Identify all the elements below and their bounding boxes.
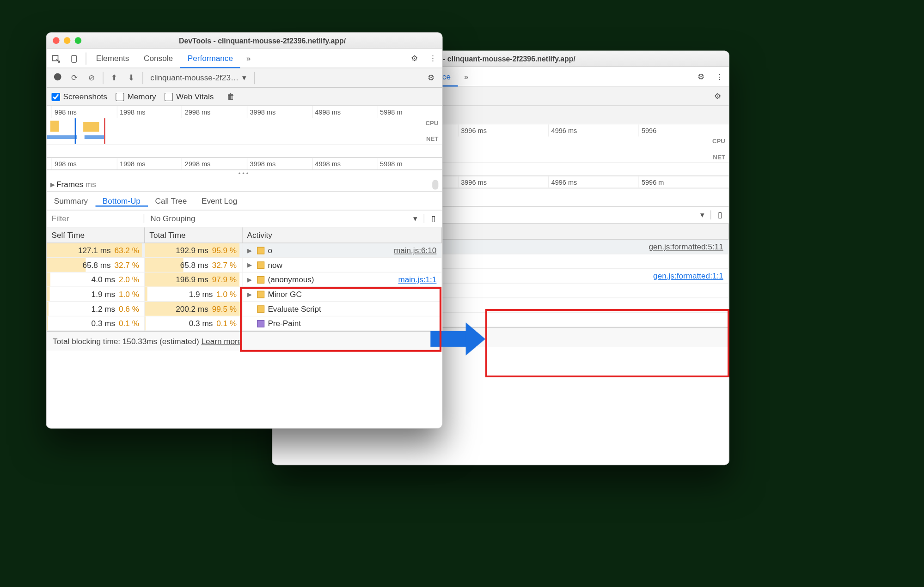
category-icon [257,247,264,254]
url-selector[interactable]: clinquant-mousse-2f23… ▾ [146,73,251,82]
gear-icon[interactable]: ⚙ [709,91,726,101]
tab-call-tree[interactable]: Call Tree [148,196,194,206]
perf-toolbar: ⟳ ⊘ ⬆ ⬇ clinquant-mousse-2f23… ▾ ⚙ [47,68,442,88]
titlebar: DevTools - clinquant-mousse-2f2396.netli… [47,33,442,48]
source-link[interactable]: gen.js:formatted:5:11 [649,242,723,251]
tab-console[interactable]: Console [136,48,180,68]
arrow-icon [430,322,491,356]
activity-name: Pre-Paint [268,319,301,328]
inspect-icon[interactable] [47,53,65,63]
table-row[interactable]: 127.1 ms63.2 %192.9 ms95.9 %▶omain.js:6:… [47,243,442,258]
tab-elements[interactable]: Elements [89,48,136,68]
category-icon [257,305,264,313]
download-icon[interactable]: ⬇ [123,73,140,82]
chevron-right-icon[interactable]: ▶ [247,276,253,283]
devtools-window-before: DevTools - clinquant-mousse-2f2396.netli… [46,32,443,429]
marker-start [75,118,76,144]
table-row[interactable]: 65.8 ms32.7 %65.8 ms32.7 %▶now [47,258,442,272]
webvitals-checkbox[interactable]: Web Vitals [165,92,214,101]
learn-more-link[interactable]: Learn more [202,337,242,346]
trash-icon[interactable]: 🗑 [222,92,239,101]
activity-name: Evaluate Script [268,304,321,314]
source-link[interactable]: main.js:6:10 [394,246,437,255]
grouping-select[interactable]: No Grouping▾ [144,214,424,223]
chevron-right-icon[interactable]: ▶ [247,291,253,298]
gear-icon[interactable]: ⚙ [405,54,424,63]
col-self-time[interactable]: Self Time [47,227,144,243]
category-icon [257,320,264,327]
capture-options: Screenshots Memory Web Vitals 🗑 [47,88,442,106]
activity-name: (anonymous) [268,275,314,284]
minimize-icon[interactable] [64,37,71,44]
source-link[interactable]: main.js:1:1 [398,275,436,284]
activity-name: now [268,260,282,270]
category-icon [257,290,264,298]
bottom-up-table: Self Time Total Time Activity 127.1 ms63… [47,227,442,331]
category-icon [257,261,264,269]
device-icon[interactable] [65,53,84,63]
frames-row[interactable]: ▶ Frames ms [47,177,442,192]
table-row[interactable]: 4.0 ms2.0 %196.9 ms97.9 %▶(anonymous)mai… [47,272,442,287]
chevron-right-icon[interactable]: ▶ [247,261,253,268]
kebab-icon[interactable]: ⋮ [424,54,442,63]
kebab-icon[interactable]: ⋮ [710,72,729,81]
panel-toggle-icon[interactable]: ▯ [424,214,442,223]
chevron-right-icon[interactable]: ▶ [50,181,56,188]
close-icon[interactable] [53,37,60,44]
scrollbar-thumb[interactable] [432,180,438,189]
activity-name: o [268,246,272,255]
activity-name: Minor GC [268,290,301,299]
filter-input[interactable]: Filter [47,214,144,223]
gear-icon[interactable]: ⚙ [422,73,440,82]
col-total-time[interactable]: Total Time [144,227,242,243]
timeline-overview[interactable]: 998 ms 1998 ms 2998 ms 3998 ms 4998 ms 5… [47,106,442,170]
tab-event-log[interactable]: Event Log [194,196,245,206]
table-row[interactable]: 0.3 ms0.1 %0.3 ms0.1 %Pre-Paint [47,316,442,331]
screenshots-checkbox[interactable]: Screenshots [51,92,107,101]
clear-icon[interactable]: ⊘ [83,73,100,82]
marker-end [104,118,105,144]
upload-icon[interactable]: ⬆ [106,73,123,82]
source-link[interactable]: gen.js:formatted:1:1 [653,271,723,280]
blocking-time-footer: Total blocking time: 150.33ms (estimated… [47,331,442,351]
filter-row: Filter No Grouping▾ ▯ [47,210,442,227]
category-icon [257,276,264,283]
table-row[interactable]: 1.9 ms1.0 %1.9 ms1.0 %▶Minor GC [47,287,442,302]
tab-performance[interactable]: Performance [180,49,240,68]
record-button[interactable] [49,73,66,82]
panel-toggle-icon[interactable]: ▯ [710,210,729,219]
tabbar: Elements Console Performance » ⚙ ⋮ [47,49,442,68]
table-row[interactable]: 1.2 ms0.6 %200.2 ms99.5 %Evaluate Script [47,302,442,316]
reload-icon[interactable]: ⟳ [66,73,83,82]
tab-summary[interactable]: Summary [47,196,95,206]
zoom-icon[interactable] [75,37,82,44]
gear-icon[interactable]: ⚙ [692,72,710,81]
memory-checkbox[interactable]: Memory [116,92,156,101]
svg-rect-1 [72,55,76,62]
tab-bottom-up[interactable]: Bottom-Up [95,196,148,206]
divider-dots: ••• [47,170,442,177]
col-activity[interactable]: Activity [242,227,441,243]
tabs-overflow-icon[interactable]: » [240,54,257,63]
window-title: DevTools - clinquant-mousse-2f2396.netli… [89,36,436,45]
bottom-tabs: Summary Bottom-Up Call Tree Event Log [47,192,442,211]
chevron-right-icon[interactable]: ▶ [247,247,253,254]
tabs-overflow-icon[interactable]: » [458,72,475,81]
